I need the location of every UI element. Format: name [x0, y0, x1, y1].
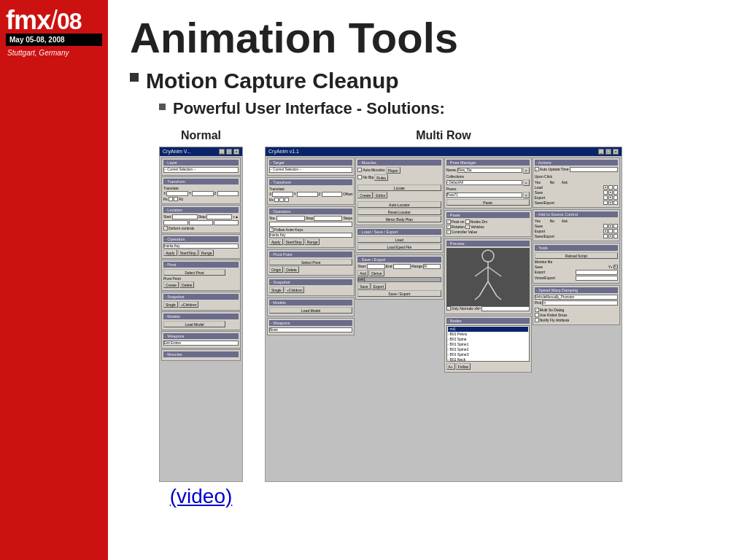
rules-btn[interactable]: Rules — [374, 174, 388, 181]
save-no[interactable]: ● — [608, 190, 613, 195]
range-btn[interactable]: Range — [199, 249, 214, 256]
rx-cb[interactable] — [169, 197, 173, 201]
nodes-listbox[interactable]: - mt1 - B01 Pelvis - B01 Spine - B01 Spi… — [446, 325, 530, 362]
close-btn[interactable]: × — [233, 149, 239, 155]
veh-cb[interactable]: ✓ — [465, 225, 470, 229]
save2-btn[interactable]: Save — [357, 283, 370, 289]
sw-dropdown[interactable]: VehicleManually_Promoter — [535, 295, 618, 300]
atsc-exp-y[interactable]: ● — [603, 229, 608, 233]
nle-cb[interactable] — [357, 175, 362, 179]
save-export-btn[interactable]: Save / Export — [357, 290, 441, 297]
export-no[interactable]: ● — [608, 195, 613, 200]
weapons-dropdown[interactable]: Edit Entries — [163, 341, 239, 346]
weapons-in2[interactable]: None — [269, 327, 352, 332]
save-ask[interactable] — [614, 190, 618, 195]
op2-cb[interactable]: ✓ — [269, 228, 274, 232]
load-eped-btn[interactable]: Load Eped File — [357, 244, 441, 250]
op2-range[interactable]: Range — [305, 238, 320, 245]
create-btn[interactable]: Create — [163, 281, 179, 288]
op2-dropdown[interactable]: Inertia Key — [269, 233, 352, 238]
saveexp-no[interactable]: ● — [608, 201, 613, 205]
pp2-delete[interactable]: Delete — [284, 266, 298, 273]
op2-stop-in[interactable] — [314, 216, 342, 221]
and-btn[interactable]: And — [357, 270, 368, 276]
op2-start[interactable] — [276, 216, 305, 221]
player-btn[interactable]: Player — [386, 167, 400, 174]
pp2-origin[interactable]: Origin — [269, 266, 283, 273]
load-model2[interactable]: Load Model — [269, 307, 352, 314]
rot-cb[interactable]: ✓ — [446, 225, 451, 229]
create-btn2[interactable]: Create — [357, 192, 373, 198]
atsc-seexp-n[interactable]: ● — [608, 234, 613, 238]
sw-cb1[interactable]: ✓ — [535, 308, 539, 312]
snap2-single[interactable]: Single — [269, 287, 284, 293]
atsc-save-n[interactable]: ● — [608, 224, 613, 228]
x-input[interactable] — [166, 191, 187, 196]
atsc-seexp-a[interactable] — [614, 234, 618, 238]
reload-script[interactable]: Reload Script — [535, 252, 618, 259]
y-input[interactable] — [192, 191, 213, 196]
layer-dropdown[interactable]: -- Current Selection -- — [163, 167, 239, 173]
mr-close-btn[interactable]: × — [613, 149, 619, 155]
coll-close[interactable]: × — [523, 179, 530, 186]
sw-cb2[interactable] — [535, 313, 539, 317]
video-link-text[interactable]: (video) — [170, 485, 233, 508]
op2-ss[interactable]: Start/Stop — [284, 238, 304, 245]
t2-y-in[interactable] — [297, 192, 317, 197]
node-item-1[interactable]: - mt1 — [448, 327, 528, 332]
t2-ry-cb[interactable] — [279, 198, 284, 202]
export-yes[interactable] — [603, 195, 608, 200]
time-in[interactable] — [570, 167, 619, 172]
save-yes[interactable] — [603, 190, 608, 195]
startstop-btn[interactable]: Start/Stop — [178, 249, 198, 256]
export-tl-in[interactable] — [576, 270, 618, 275]
pp2-select[interactable]: Select Pivot — [269, 259, 352, 265]
delete-btn[interactable]: Delete — [179, 281, 194, 288]
save-all[interactable]: Al — [423, 264, 441, 269]
z-input[interactable] — [217, 191, 239, 196]
save-start-in[interactable] — [367, 264, 385, 269]
saveexp-yes[interactable] — [603, 201, 608, 205]
onlym-cb[interactable]: ✓ — [446, 306, 451, 311]
operation-dropdown[interactable]: Inertia Key — [163, 244, 239, 249]
pose-close[interactable]: × — [523, 192, 530, 198]
node-item-7[interactable]: - B01 Neck — [448, 357, 528, 362]
t2-z-in[interactable] — [322, 192, 342, 197]
single-btn[interactable]: Single — [163, 301, 178, 308]
save-tl-cb[interactable]: No — [614, 265, 618, 269]
node-item-6[interactable]: - B01 Spine3 — [448, 352, 528, 357]
export-ask[interactable] — [614, 195, 618, 200]
m-input[interactable] — [189, 220, 214, 225]
atsc-exp-n[interactable] — [608, 229, 613, 233]
t2-x-in[interactable] — [272, 192, 293, 197]
t2-rz-cb[interactable] — [285, 198, 289, 202]
output-in[interactable]: bvh1 — [357, 277, 441, 282]
node-item-5[interactable]: - B01 Spine2 — [448, 347, 528, 352]
save-end-in[interactable] — [393, 264, 411, 269]
auto-update-cb[interactable]: ✓ — [535, 167, 539, 171]
norm-in[interactable] — [481, 306, 530, 311]
children-btn[interactable]: +Children — [179, 301, 199, 308]
autom-cb[interactable]: ✓ — [357, 168, 362, 172]
snap2-children[interactable]: +Children — [285, 287, 305, 293]
pose-in[interactable]: Pose71 — [446, 192, 522, 198]
target-dropdown[interactable]: -- Current Selection -- — [269, 167, 352, 173]
n-input[interactable] — [163, 220, 188, 225]
node-item-2[interactable]: - B01 Pelvis — [448, 332, 528, 337]
atsc-save-a[interactable] — [614, 224, 618, 228]
cv-cb[interactable]: ✓ — [446, 230, 451, 234]
auto-locator-btn[interactable]: Auto-Locator — [357, 201, 441, 208]
sw-cb3[interactable] — [535, 318, 539, 322]
load-model-btn[interactable]: Load Model — [163, 321, 225, 327]
nodes-follow[interactable]: Follow — [456, 363, 471, 370]
node-item-3[interactable]: - B01 Spine — [448, 337, 528, 342]
stop-input[interactable] — [206, 214, 232, 219]
editor-btn[interactable]: Editor — [374, 192, 387, 198]
t2-rx-cb[interactable] — [274, 198, 279, 202]
mirror-body-btn[interactable]: Mirror Body Plan — [357, 216, 441, 222]
locate-btn[interactable]: Locate — [357, 184, 441, 191]
saveexp-ask[interactable] — [614, 201, 618, 205]
video-link[interactable]: (video) — [170, 485, 233, 508]
minimize-btn[interactable]: _ — [219, 149, 225, 155]
mr-maximize-btn[interactable]: □ — [605, 149, 611, 155]
